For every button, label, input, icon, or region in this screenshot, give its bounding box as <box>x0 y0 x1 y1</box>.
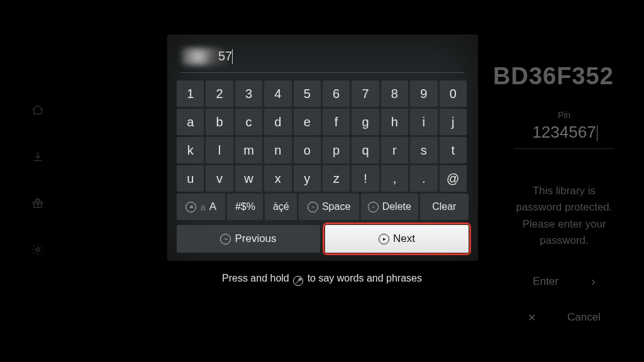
delete-key[interactable]: ·· Delete <box>361 194 418 220</box>
key-q[interactable]: q <box>352 137 379 163</box>
password-prompt-panel: BD36F352 Pin 1234567 This library is pas… <box>484 0 644 362</box>
left-nav-rail <box>0 0 75 362</box>
onscreen-keyboard: 57 1234567890 abcdefghij klmnopqrst uvwx… <box>168 35 477 260</box>
key-![interactable]: ! <box>352 165 379 192</box>
voice-hint: Press and hold 🎤 to say words and phrase… <box>0 273 644 285</box>
next-button[interactable]: ▸ Next <box>325 225 469 253</box>
device-id: BD36F352 <box>484 63 644 90</box>
download-icon[interactable] <box>31 150 45 166</box>
key-.[interactable]: . <box>410 165 437 192</box>
key-7[interactable]: 7 <box>352 80 379 107</box>
key-l[interactable]: l <box>206 137 233 163</box>
shift-key[interactable]: ≡ aA <box>177 194 225 220</box>
key-0[interactable]: 0 <box>440 80 467 107</box>
key-n[interactable]: n <box>264 137 291 163</box>
key-@[interactable]: @ <box>440 165 467 192</box>
key-k[interactable]: k <box>177 137 204 163</box>
key-3[interactable]: 3 <box>235 80 262 107</box>
key-6[interactable]: 6 <box>323 80 350 107</box>
previous-button[interactable]: – Previous <box>177 225 320 253</box>
key-1[interactable]: 1 <box>177 80 204 107</box>
key-,[interactable]: , <box>381 165 408 192</box>
close-icon: ✕ <box>528 312 536 324</box>
gift-icon[interactable] <box>31 196 45 212</box>
key-c[interactable]: c <box>235 109 262 135</box>
key-j[interactable]: j <box>440 109 467 135</box>
pin-field-label: Pin <box>484 110 644 120</box>
key-g[interactable]: g <box>352 109 379 135</box>
next-icon: ▸ <box>379 234 389 244</box>
key-e[interactable]: e <box>294 109 321 135</box>
key-z[interactable]: z <box>323 165 350 192</box>
key-a[interactable]: a <box>177 109 204 135</box>
key-8[interactable]: 8 <box>381 80 408 107</box>
key-b[interactable]: b <box>206 109 233 135</box>
mic-icon: 🎤 <box>293 276 303 286</box>
key-o[interactable]: o <box>294 137 321 163</box>
key-w[interactable]: w <box>235 165 262 192</box>
key-4[interactable]: 4 <box>264 80 291 107</box>
key-u[interactable]: u <box>177 165 204 192</box>
space-icon: ·· <box>308 202 318 212</box>
clear-key[interactable]: Clear <box>420 194 469 220</box>
key-m[interactable]: m <box>235 137 262 163</box>
key-5[interactable]: 5 <box>294 80 321 107</box>
space-key[interactable]: ·· Space <box>299 194 359 220</box>
keyboard-input[interactable]: 57 <box>180 45 465 73</box>
accents-key[interactable]: àçé <box>265 194 297 220</box>
key-2[interactable]: 2 <box>206 80 233 107</box>
key-s[interactable]: s <box>410 137 437 163</box>
settings-icon[interactable] <box>31 243 45 259</box>
cancel-button[interactable]: ✕ Cancel <box>484 311 644 324</box>
key-p[interactable]: p <box>323 137 350 163</box>
key-x[interactable]: x <box>264 165 291 192</box>
key-r[interactable]: r <box>381 137 408 163</box>
home-icon[interactable] <box>31 103 45 119</box>
delete-icon: ·· <box>368 202 379 212</box>
key-i[interactable]: i <box>410 109 437 135</box>
pin-field-value[interactable]: 1234567 <box>532 123 596 142</box>
key-v[interactable]: v <box>206 165 233 192</box>
svg-point-0 <box>36 248 40 251</box>
symbols-key[interactable]: #$% <box>227 194 263 220</box>
shift-icon: ≡ <box>186 202 196 212</box>
key-9[interactable]: 9 <box>410 80 437 107</box>
key-d[interactable]: d <box>264 109 291 135</box>
prompt-message: This library is password protected. Plea… <box>484 183 644 249</box>
previous-icon: – <box>220 234 231 244</box>
key-f[interactable]: f <box>323 109 350 135</box>
key-h[interactable]: h <box>381 109 408 135</box>
key-t[interactable]: t <box>440 137 467 163</box>
key-y[interactable]: y <box>294 165 321 192</box>
